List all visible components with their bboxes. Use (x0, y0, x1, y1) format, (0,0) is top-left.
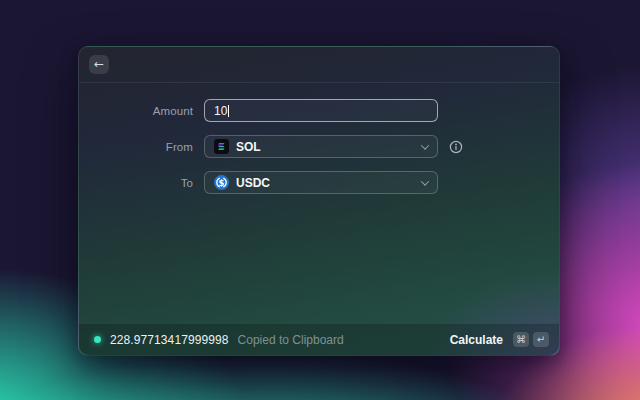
calculate-button[interactable]: Calculate (450, 333, 503, 347)
to-row: To $ USDC (79, 171, 559, 194)
arrow-left-icon: ← (94, 57, 104, 71)
sol-token-icon (214, 139, 229, 154)
result-value: 228.97713417999998 (110, 333, 229, 347)
amount-label: Amount (79, 105, 193, 117)
from-selected-value: SOL (236, 140, 261, 154)
status-dot-icon (94, 336, 101, 343)
amount-value: 10 (214, 104, 227, 118)
from-label: From (79, 141, 193, 153)
converter-form: Amount 10 From (79, 83, 559, 194)
svg-text:$: $ (219, 178, 225, 188)
cmd-key-icon: ⌘ (513, 332, 529, 347)
to-dropdown[interactable]: $ USDC (204, 171, 438, 194)
from-dropdown[interactable]: SOL (204, 135, 438, 158)
amount-input[interactable]: 10 (204, 99, 438, 122)
chevron-down-icon (421, 177, 429, 185)
converter-window: ← Amount 10 From (78, 46, 560, 356)
status-bar: 228.97713417999998 Copied to Clipboard C… (79, 323, 559, 355)
action-area: Calculate ⌘ ↵ (450, 332, 549, 347)
chevron-down-icon (421, 141, 429, 149)
info-icon[interactable] (449, 140, 463, 154)
window-header: ← (79, 47, 559, 83)
to-label: To (79, 177, 193, 189)
back-button[interactable]: ← (89, 55, 109, 74)
from-row: From (79, 135, 559, 158)
return-key-icon: ↵ (533, 332, 549, 347)
toast-message: Copied to Clipboard (238, 333, 344, 347)
amount-row: Amount 10 (79, 99, 559, 122)
to-selected-value: USDC (236, 176, 270, 190)
text-caret (228, 105, 229, 117)
usdc-token-icon: $ (214, 175, 229, 190)
